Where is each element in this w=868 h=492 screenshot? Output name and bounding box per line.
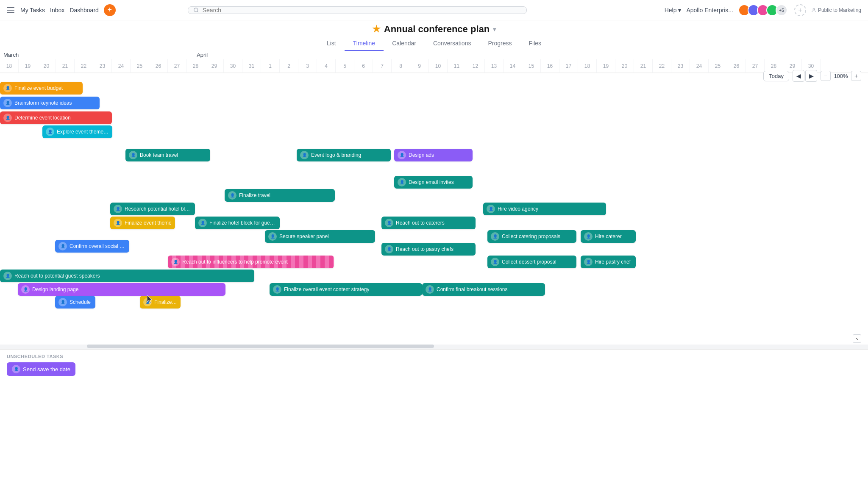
my-tasks-link[interactable]: My Tasks bbox=[20, 7, 45, 14]
date-apr4: 4 bbox=[317, 59, 336, 72]
task-avatar: 👤 bbox=[491, 232, 499, 241]
task-social-strategy[interactable]: 👤 Confirm overall social strategy bbox=[55, 240, 129, 253]
date-apr26: 26 bbox=[727, 59, 746, 72]
hamburger-menu[interactable] bbox=[7, 6, 15, 14]
task-label: Collect catering proposals bbox=[502, 233, 560, 239]
task-determine-location[interactable]: 👤 Determine event location bbox=[0, 111, 112, 124]
date-30: 30 bbox=[224, 59, 242, 72]
nav-arrows: ◀ ▶ bbox=[793, 70, 817, 82]
search-bar[interactable] bbox=[188, 6, 527, 14]
task-hire-video[interactable]: 👤 Hire video agency bbox=[483, 203, 606, 215]
task-event-logo-branding[interactable]: 👤 Event logo & branding bbox=[297, 149, 391, 161]
task-schedule[interactable]: 👤 Schedule bbox=[55, 296, 95, 309]
task-design-ads[interactable]: 👤 Design ads bbox=[394, 149, 473, 161]
task-book-team-travel[interactable]: 👤 Book team travel bbox=[125, 149, 210, 161]
tab-timeline[interactable]: Timeline bbox=[345, 36, 384, 51]
tab-files[interactable]: Files bbox=[520, 36, 550, 51]
date-apr20: 20 bbox=[615, 59, 634, 72]
star-icon: ★ bbox=[372, 24, 381, 35]
task-avatar: 👤 bbox=[491, 258, 499, 266]
task-avatar: 👤 bbox=[58, 242, 67, 250]
task-label: Book team travel bbox=[140, 152, 178, 158]
nav-left: My Tasks Inbox Dashboard + bbox=[7, 4, 116, 16]
task-collect-catering[interactable]: 👤 Collect catering proposals bbox=[487, 230, 576, 243]
zoom-in-button[interactable]: + bbox=[851, 71, 861, 81]
task-label: Send save the date bbox=[23, 366, 70, 372]
zoom-out-button[interactable]: − bbox=[821, 71, 831, 81]
tab-conversations[interactable]: Conversations bbox=[425, 36, 480, 51]
task-landing-page[interactable]: 👤 Design landing page bbox=[18, 283, 225, 296]
task-hotel-blocks[interactable]: 👤 Research potential hotel blocks bbox=[110, 203, 195, 215]
create-button[interactable]: + bbox=[104, 4, 116, 16]
svg-point-0 bbox=[194, 8, 198, 11]
today-button[interactable]: Today bbox=[763, 71, 789, 81]
date-apr25: 25 bbox=[709, 59, 727, 72]
add-member-button[interactable]: + bbox=[794, 4, 806, 16]
task-speaker-panel[interactable]: 👤 Secure speaker panel bbox=[265, 230, 375, 243]
task-explore-theme[interactable]: 👤 Explore event theme ideas bbox=[42, 125, 112, 138]
search-input[interactable] bbox=[203, 7, 521, 14]
inbox-link[interactable]: Inbox bbox=[50, 7, 64, 14]
task-breakout-sessions[interactable]: 👤 Confirm final breakout sessions bbox=[422, 283, 545, 296]
project-header: ★ Annual conference plan ▾ List Timeline… bbox=[0, 20, 868, 51]
task-label: Design email invites bbox=[409, 179, 454, 185]
task-finalize-theme[interactable]: 👤 Finalize event theme bbox=[110, 217, 175, 229]
task-pastry-chefs[interactable]: 👤 Reach out to pastry chefs bbox=[381, 243, 476, 256]
tab-progress[interactable]: Progress bbox=[479, 36, 520, 51]
unscheduled-title: UNSCHEDULED TASKS bbox=[7, 354, 861, 359]
task-avatar: 👤 bbox=[398, 178, 406, 186]
task-send-save-date[interactable]: 👤 Send save the date bbox=[7, 362, 75, 376]
date-apr24: 24 bbox=[690, 59, 709, 72]
tab-list[interactable]: List bbox=[318, 36, 345, 51]
task-reach-caterers[interactable]: 👤 Reach out to caterers bbox=[381, 217, 476, 229]
zoom-level: 100% bbox=[832, 73, 849, 79]
project-tabs: List Timeline Calendar Conversations Pro… bbox=[318, 36, 550, 51]
task-label: Hire pastry chef bbox=[595, 259, 631, 265]
date-apr2: 2 bbox=[280, 59, 298, 72]
date-apr15: 15 bbox=[522, 59, 541, 72]
date-26: 26 bbox=[149, 59, 168, 72]
task-brainstorm-keynote[interactable]: 👤 Brainstorm keynote ideas bbox=[0, 97, 100, 109]
task-avatar: 👤 bbox=[21, 285, 30, 294]
task-avatar: 👤 bbox=[114, 219, 122, 227]
task-label: Finalize hotel block for guests bbox=[209, 220, 276, 226]
task-collect-dessert[interactable]: 👤 Collect dessert proposal bbox=[487, 256, 576, 268]
prev-arrow[interactable]: ◀ bbox=[793, 70, 804, 82]
task-label: Finalize travel bbox=[239, 192, 270, 198]
date-24: 24 bbox=[112, 59, 131, 72]
task-label: Collect dessert proposal bbox=[502, 259, 556, 265]
task-finalize-travel[interactable]: 👤 Finalize travel bbox=[225, 189, 335, 202]
date-22: 22 bbox=[75, 59, 93, 72]
scrollbar-thumb[interactable] bbox=[87, 345, 434, 348]
dashboard-link[interactable]: Dashboard bbox=[70, 7, 99, 14]
task-avatar: 👤 bbox=[268, 232, 277, 241]
avatars-group: +5 bbox=[738, 4, 787, 16]
task-label: Event logo & branding bbox=[311, 152, 361, 158]
date-apr22: 22 bbox=[653, 59, 671, 72]
task-label: Reach out to pastry chefs bbox=[396, 246, 453, 252]
task-label: Research potential hotel blocks bbox=[125, 206, 192, 212]
task-hire-caterer[interactable]: 👤 Hire caterer bbox=[581, 230, 636, 243]
task-design-email[interactable]: 👤 Design email invites bbox=[394, 176, 473, 189]
next-arrow[interactable]: ▶ bbox=[805, 70, 817, 82]
task-avatar: 👤 bbox=[198, 219, 207, 227]
help-button[interactable]: Help ▾ bbox=[665, 7, 682, 14]
task-avatar: 👤 bbox=[584, 258, 593, 266]
task-influencers[interactable]: 👤 Reach out to influencers to help promo… bbox=[168, 256, 334, 268]
expand-icon[interactable]: ⤡ bbox=[853, 334, 861, 343]
task-content-strategy[interactable]: 👤 Finalize overall event content strateg… bbox=[270, 283, 422, 296]
date-apr17: 17 bbox=[559, 59, 578, 72]
task-finalize-event[interactable]: 👤 Finalize event bbox=[140, 296, 181, 309]
task-avatar: 👤 bbox=[584, 232, 593, 241]
task-guest-speakers[interactable]: 👤 Reach out to potential guest speakers bbox=[0, 270, 254, 282]
task-avatar: 👤 bbox=[300, 151, 309, 159]
task-finalize-event-budget[interactable]: 👤 Finalize event budget bbox=[0, 82, 83, 95]
date-31: 31 bbox=[242, 59, 261, 72]
date-28: 28 bbox=[186, 59, 205, 72]
scrollbar-track[interactable] bbox=[0, 345, 868, 349]
task-hotel-guests[interactable]: 👤 Finalize hotel block for guests bbox=[195, 217, 280, 229]
tab-calendar[interactable]: Calendar bbox=[384, 36, 425, 51]
project-title[interactable]: ★ Annual conference plan ▾ bbox=[372, 24, 496, 35]
task-hire-pastry[interactable]: 👤 Hire pastry chef bbox=[581, 256, 636, 268]
date-apr9: 9 bbox=[410, 59, 429, 72]
